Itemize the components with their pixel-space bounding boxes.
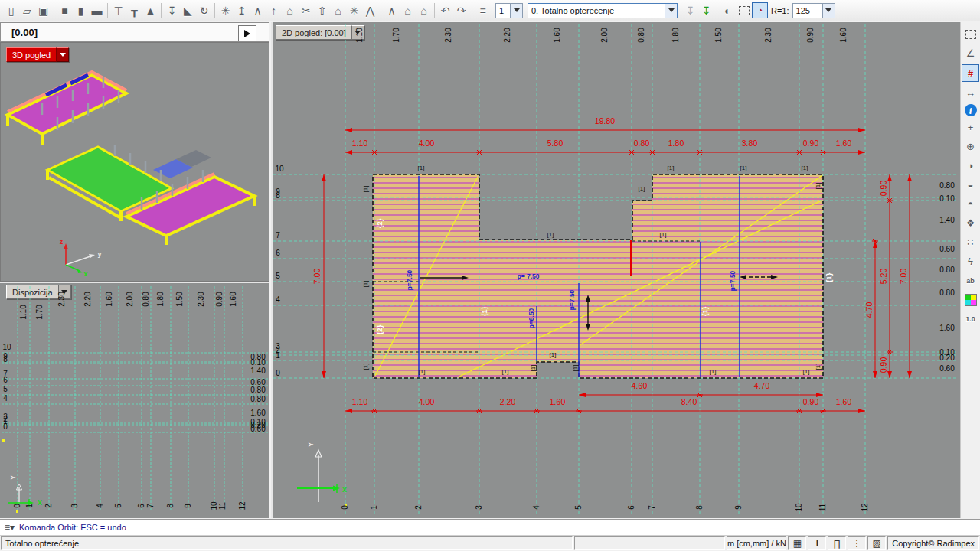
pan-hand-icon[interactable]: ❖ (962, 215, 978, 231)
marquee-icon[interactable] (736, 2, 752, 18)
forward-view-button[interactable] (238, 25, 256, 41)
hatch-icon[interactable]: ▨ (867, 536, 886, 550)
right-toolbar: ∠#↔i+⊕◑◒◓❖∷ϟab1.0 (960, 22, 980, 518)
load-case-combo[interactable]: 0. Totalno opterećenje (528, 3, 678, 18)
mesh2-icon[interactable]: ✳ (346, 2, 362, 18)
command-prompt: Komanda Orbit: ESC = undo (19, 523, 126, 532)
roof-icon[interactable]: ⌂ (282, 2, 298, 18)
select-tool-icon[interactable]: ⊤ (110, 2, 126, 18)
sheet-combo[interactable]: 1 (495, 3, 523, 18)
zigzag-icon[interactable]: ∧ (250, 2, 266, 18)
chevron-down-icon[interactable] (822, 4, 835, 18)
info-icon[interactable]: i (965, 104, 977, 116)
3d-view-button[interactable]: 3D pogled (6, 47, 69, 62)
chevron-down-icon[interactable] (510, 4, 522, 18)
stamp-b-icon[interactable]: ◒ (962, 177, 978, 193)
dots-icon[interactable]: ⋮ (848, 536, 866, 550)
view-panel-icon[interactable]: ▮ (73, 2, 89, 18)
stamp-c-icon[interactable]: ◓ (962, 196, 978, 212)
load-case-value: 0. Totalno opterećenje (528, 6, 665, 15)
raise-node-icon[interactable]: ↥ (234, 2, 250, 18)
grid-cell-icon[interactable]: ▦ (788, 536, 806, 550)
separator (214, 3, 215, 18)
table-icon[interactable]: ≡ (475, 2, 491, 18)
top-toolbar: ▯▱▣■▮▬⊤┳▲↧◣↻✳↥∧↑⌂✂⇧⌂✳⋀∧⌂⌂↶↷≡ 1 0. Totaln… (0, 0, 980, 21)
scale-label: R=1: (771, 6, 789, 15)
mesh-points-icon[interactable]: # (962, 64, 979, 82)
separator (161, 3, 162, 18)
zoom-extent-icon[interactable]: ⊕ (962, 139, 978, 155)
lift-icon[interactable]: ⇧ (314, 2, 330, 18)
text-abc-icon[interactable]: ab (962, 272, 978, 289)
copyright-label: Copyright© Radimpex (887, 536, 979, 550)
roof2-icon[interactable]: ⌂ (416, 2, 432, 18)
dispozicija-viewport[interactable] (0, 282, 270, 518)
export-green-icon[interactable]: ↧ (698, 2, 714, 18)
play-icon (244, 30, 254, 37)
3d-view-button-label: 3D pogled (6, 47, 57, 62)
lightning-icon[interactable]: ϟ (962, 253, 978, 269)
separator (381, 3, 381, 18)
zoom-window-icon[interactable] (962, 26, 978, 42)
sheet-combo-value: 1 (496, 6, 510, 15)
separator (54, 3, 54, 18)
export-icon[interactable]: ↧ (682, 2, 698, 18)
frame-icon[interactable]: ∏ (828, 536, 846, 550)
save-icon[interactable]: ▣ (35, 2, 51, 18)
status-bar: Totalno opterećenje m [cm,mm] / kN ▦ I ∏… (0, 535, 980, 551)
view-bar-icon[interactable]: ▬ (89, 2, 105, 18)
palette-icon[interactable] (962, 292, 978, 308)
separator (717, 3, 717, 18)
chevron-down-icon[interactable] (665, 4, 677, 18)
2d-view-button[interactable]: 2D pogled: [0.00] (276, 25, 364, 40)
zigzag2-icon[interactable]: ∧ (384, 2, 400, 18)
angle-icon[interactable]: ∠ (962, 45, 978, 61)
new-file-icon[interactable]: ▯ (3, 2, 19, 18)
chevrons-icon[interactable]: ⋀ (362, 2, 378, 18)
contrast-icon[interactable]: ◐ (720, 2, 736, 18)
raise-icon[interactable]: ↑ (266, 2, 282, 18)
span-dim-icon[interactable]: ↔ (962, 85, 978, 101)
snap-dots-icon[interactable]: ∷ (962, 234, 978, 250)
import-icon[interactable]: ↧ (164, 2, 180, 18)
cut-icon[interactable]: ✂ (298, 2, 314, 18)
separator (107, 3, 108, 18)
command-history-icon[interactable]: ≡▾ (5, 522, 15, 533)
level-tool-icon[interactable]: ┳ (126, 2, 142, 18)
separator (472, 3, 472, 18)
orbit-tool-icon[interactable]: ◔ (752, 2, 768, 18)
view-solid-icon[interactable]: ■ (57, 2, 73, 18)
command-bar: ≡▾ Komanda Orbit: ESC = undo (0, 519, 980, 535)
unit-dim-icon[interactable]: 1.0 (962, 311, 978, 327)
mesh-gen-icon[interactable]: ✳ (217, 2, 234, 18)
ibeam-icon[interactable]: I (808, 536, 826, 550)
chevron-down-icon[interactable] (59, 285, 71, 299)
half-view-icon[interactable]: ◣ (180, 2, 196, 18)
dispozicija-button[interactable]: Dispozicija (6, 285, 71, 299)
3d-panel-title: [0.00] (11, 27, 38, 38)
home-up-icon[interactable]: ⌂ (330, 2, 346, 18)
chevron-down-icon[interactable] (57, 47, 69, 62)
rotate-view-icon[interactable]: ↻ (196, 2, 212, 18)
2d-view-button-label: 2D pogled: [0.00] (276, 25, 352, 40)
separator (434, 3, 435, 18)
status-empty-1 (574, 536, 726, 550)
cone-tool-icon[interactable]: ▲ (142, 2, 158, 18)
undo-icon[interactable]: ↶ (437, 2, 453, 18)
main-2d-viewport[interactable] (271, 22, 960, 518)
status-load-case: Totalno opterećenje (1, 536, 573, 550)
pent-icon[interactable]: ⌂ (400, 2, 416, 18)
stamp-a-icon[interactable]: ◑ (962, 158, 978, 174)
redo-icon[interactable]: ↷ (453, 2, 469, 18)
move-icon[interactable]: + (962, 119, 978, 135)
scale-value: 125 (793, 6, 822, 15)
status-units[interactable]: m [cm,mm] / kN (727, 536, 786, 550)
open-file-icon[interactable]: ▱ (19, 2, 35, 18)
chevron-down-icon[interactable] (352, 25, 364, 40)
dispozicija-button-label: Dispozicija (6, 285, 59, 299)
scale-combo[interactable]: 125 (792, 3, 835, 18)
3d-viewport[interactable] (0, 42, 270, 282)
3d-panel-titlebar: [0.00] (0, 22, 270, 42)
